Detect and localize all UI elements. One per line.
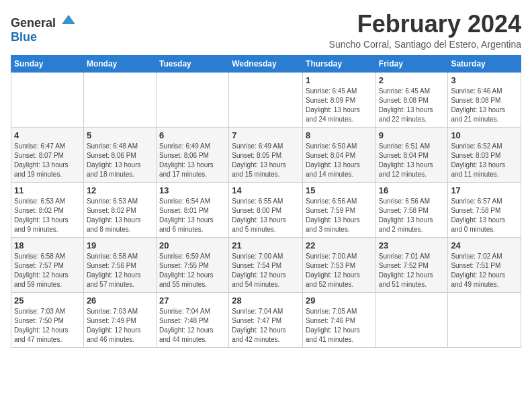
calendar-cell: 5Sunrise: 6:48 AM Sunset: 8:06 PM Daylig… xyxy=(83,127,156,182)
day-number: 20 xyxy=(159,240,226,250)
calendar-cell: 2Sunrise: 6:45 AM Sunset: 8:08 PM Daylig… xyxy=(375,72,448,127)
calendar-week-5: 25Sunrise: 7:03 AM Sunset: 7:50 PM Dayli… xyxy=(11,292,521,347)
day-number: 27 xyxy=(159,295,226,306)
day-info: Sunrise: 6:53 AM Sunset: 8:02 PM Dayligh… xyxy=(87,197,153,234)
day-info: Sunrise: 6:46 AM Sunset: 8:08 PM Dayligh… xyxy=(451,87,518,124)
calendar-cell: 1Sunrise: 6:45 AM Sunset: 8:09 PM Daylig… xyxy=(303,72,376,127)
day-info: Sunrise: 7:02 AM Sunset: 7:51 PM Dayligh… xyxy=(451,252,518,289)
calendar-cell: 6Sunrise: 6:49 AM Sunset: 8:06 PM Daylig… xyxy=(156,127,228,182)
day-number: 9 xyxy=(379,130,445,140)
day-number: 13 xyxy=(159,185,226,195)
day-number: 23 xyxy=(379,240,445,250)
day-info: Sunrise: 6:56 AM Sunset: 7:58 PM Dayligh… xyxy=(379,197,445,234)
day-number: 25 xyxy=(14,295,81,306)
day-info: Sunrise: 6:59 AM Sunset: 7:55 PM Dayligh… xyxy=(159,252,226,289)
calendar-cell: 11Sunrise: 6:53 AM Sunset: 8:02 PM Dayli… xyxy=(11,182,84,237)
day-number: 15 xyxy=(306,185,373,195)
location-subtitle: Suncho Corral, Santiago del Estero, Arge… xyxy=(329,39,521,50)
calendar-cell: 25Sunrise: 7:03 AM Sunset: 7:50 PM Dayli… xyxy=(11,292,84,347)
day-number: 3 xyxy=(451,75,518,85)
day-info: Sunrise: 7:00 AM Sunset: 7:53 PM Dayligh… xyxy=(306,252,373,289)
day-number: 1 xyxy=(306,75,373,85)
calendar-cell xyxy=(229,72,303,127)
day-number: 24 xyxy=(451,240,518,250)
day-number: 21 xyxy=(232,240,300,250)
day-number: 6 xyxy=(159,130,226,140)
page-header: General Blue February 2024 Suncho Corral… xyxy=(11,11,521,50)
day-info: Sunrise: 6:49 AM Sunset: 8:05 PM Dayligh… xyxy=(232,142,300,179)
calendar-cell: 12Sunrise: 6:53 AM Sunset: 8:02 PM Dayli… xyxy=(83,182,156,237)
logo: General Blue xyxy=(11,13,77,44)
day-number: 26 xyxy=(87,295,153,306)
day-info: Sunrise: 6:53 AM Sunset: 8:02 PM Dayligh… xyxy=(14,197,81,234)
weekday-header-saturday: Saturday xyxy=(448,55,521,72)
calendar-cell: 16Sunrise: 6:56 AM Sunset: 7:58 PM Dayli… xyxy=(375,182,448,237)
calendar-cell xyxy=(83,72,156,127)
weekday-header-tuesday: Tuesday xyxy=(156,55,228,72)
calendar-cell: 28Sunrise: 7:04 AM Sunset: 7:47 PM Dayli… xyxy=(229,292,303,347)
day-info: Sunrise: 6:55 AM Sunset: 8:00 PM Dayligh… xyxy=(232,197,300,234)
weekday-header-thursday: Thursday xyxy=(303,55,376,72)
calendar-cell: 4Sunrise: 6:47 AM Sunset: 8:07 PM Daylig… xyxy=(11,127,84,182)
day-info: Sunrise: 6:54 AM Sunset: 8:01 PM Dayligh… xyxy=(159,197,226,234)
day-number: 8 xyxy=(306,130,373,140)
day-info: Sunrise: 7:05 AM Sunset: 7:46 PM Dayligh… xyxy=(306,307,373,345)
calendar-week-1: 1Sunrise: 6:45 AM Sunset: 8:09 PM Daylig… xyxy=(11,72,521,127)
calendar-week-3: 11Sunrise: 6:53 AM Sunset: 8:02 PM Dayli… xyxy=(11,182,521,237)
weekday-header-monday: Monday xyxy=(83,55,156,72)
day-info: Sunrise: 6:45 AM Sunset: 8:09 PM Dayligh… xyxy=(306,87,373,124)
logo-general: General xyxy=(11,16,56,30)
day-number: 22 xyxy=(306,240,373,250)
logo-text: General Blue xyxy=(11,13,77,44)
day-number: 12 xyxy=(87,185,153,195)
calendar-cell: 9Sunrise: 6:51 AM Sunset: 8:04 PM Daylig… xyxy=(375,127,448,182)
day-info: Sunrise: 7:04 AM Sunset: 7:48 PM Dayligh… xyxy=(159,307,226,345)
calendar-cell xyxy=(156,72,228,127)
calendar-table: SundayMondayTuesdayWednesdayThursdayFrid… xyxy=(11,55,521,348)
calendar-cell: 8Sunrise: 6:50 AM Sunset: 8:04 PM Daylig… xyxy=(303,127,376,182)
day-info: Sunrise: 6:48 AM Sunset: 8:06 PM Dayligh… xyxy=(87,142,153,179)
day-number: 19 xyxy=(87,240,153,250)
calendar-week-2: 4Sunrise: 6:47 AM Sunset: 8:07 PM Daylig… xyxy=(11,127,521,182)
calendar-cell: 27Sunrise: 7:04 AM Sunset: 7:48 PM Dayli… xyxy=(156,292,228,347)
calendar-cell: 19Sunrise: 6:58 AM Sunset: 7:56 PM Dayli… xyxy=(83,237,156,292)
day-number: 28 xyxy=(232,295,300,306)
day-info: Sunrise: 6:57 AM Sunset: 7:58 PM Dayligh… xyxy=(451,197,518,234)
day-info: Sunrise: 6:52 AM Sunset: 8:03 PM Dayligh… xyxy=(451,142,518,179)
calendar-cell: 10Sunrise: 6:52 AM Sunset: 8:03 PM Dayli… xyxy=(448,127,521,182)
day-number: 10 xyxy=(451,130,518,140)
weekday-header-friday: Friday xyxy=(375,55,448,72)
calendar-cell: 23Sunrise: 7:01 AM Sunset: 7:52 PM Dayli… xyxy=(375,237,448,292)
calendar-cell: 29Sunrise: 7:05 AM Sunset: 7:46 PM Dayli… xyxy=(303,292,376,347)
day-number: 7 xyxy=(232,130,300,140)
day-number: 4 xyxy=(14,130,81,140)
calendar-cell: 14Sunrise: 6:55 AM Sunset: 8:00 PM Dayli… xyxy=(229,182,303,237)
calendar-cell: 18Sunrise: 6:58 AM Sunset: 7:57 PM Dayli… xyxy=(11,237,84,292)
day-number: 2 xyxy=(379,75,445,85)
calendar-cell: 3Sunrise: 6:46 AM Sunset: 8:08 PM Daylig… xyxy=(448,72,521,127)
calendar-cell: 20Sunrise: 6:59 AM Sunset: 7:55 PM Dayli… xyxy=(156,237,228,292)
day-info: Sunrise: 6:58 AM Sunset: 7:57 PM Dayligh… xyxy=(14,252,81,289)
calendar-cell: 7Sunrise: 6:49 AM Sunset: 8:05 PM Daylig… xyxy=(229,127,303,182)
day-info: Sunrise: 7:01 AM Sunset: 7:52 PM Dayligh… xyxy=(379,252,445,289)
calendar-cell: 24Sunrise: 7:02 AM Sunset: 7:51 PM Dayli… xyxy=(448,237,521,292)
day-number: 17 xyxy=(451,185,518,195)
day-info: Sunrise: 6:50 AM Sunset: 8:04 PM Dayligh… xyxy=(306,142,373,179)
calendar-cell xyxy=(375,292,448,347)
day-info: Sunrise: 7:03 AM Sunset: 7:49 PM Dayligh… xyxy=(87,307,153,345)
logo-icon xyxy=(60,13,77,27)
title-block: February 2024 Suncho Corral, Santiago de… xyxy=(329,11,521,50)
day-number: 5 xyxy=(87,130,153,140)
calendar-cell: 15Sunrise: 6:56 AM Sunset: 7:59 PM Dayli… xyxy=(303,182,376,237)
calendar-cell xyxy=(448,292,521,347)
day-info: Sunrise: 6:45 AM Sunset: 8:08 PM Dayligh… xyxy=(379,87,445,124)
day-info: Sunrise: 6:47 AM Sunset: 8:07 PM Dayligh… xyxy=(14,142,81,179)
calendar-cell: 13Sunrise: 6:54 AM Sunset: 8:01 PM Dayli… xyxy=(156,182,228,237)
weekday-header-wednesday: Wednesday xyxy=(229,55,303,72)
day-info: Sunrise: 7:00 AM Sunset: 7:54 PM Dayligh… xyxy=(232,252,300,289)
calendar-cell xyxy=(11,72,84,127)
calendar-cell: 26Sunrise: 7:03 AM Sunset: 7:49 PM Dayli… xyxy=(83,292,156,347)
day-info: Sunrise: 7:03 AM Sunset: 7:50 PM Dayligh… xyxy=(14,307,81,345)
day-info: Sunrise: 6:58 AM Sunset: 7:56 PM Dayligh… xyxy=(87,252,153,289)
day-info: Sunrise: 6:49 AM Sunset: 8:06 PM Dayligh… xyxy=(159,142,226,179)
